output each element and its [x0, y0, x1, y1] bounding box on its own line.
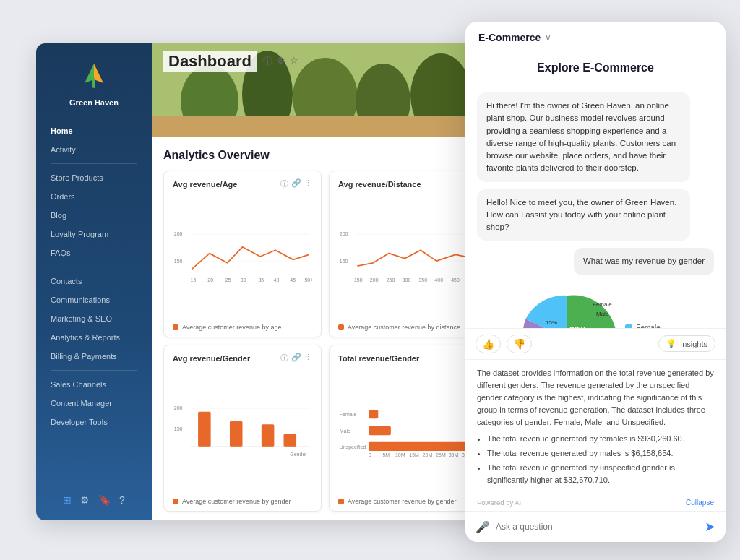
svg-text:Unspecified: Unspecified — [340, 444, 366, 450]
svg-text:10M: 10M — [395, 452, 405, 457]
svg-text:35: 35 — [258, 277, 264, 283]
chart-title-gender-avg: Avg revenue/Gender — [173, 354, 250, 363]
svg-text:Gender: Gender — [290, 452, 307, 457]
svg-text:25M: 25M — [436, 452, 446, 457]
svg-text:Female: Female — [593, 301, 612, 308]
pie-chart-container: 82% Unspecified 15% Female Male Female M… — [477, 283, 714, 328]
svg-text:Male: Male — [340, 428, 350, 434]
chat-insights-text: The dataset provides information on the … — [465, 359, 726, 496]
analytics-section: Analytics Overview Avg revenue/Age ⓘ 🔗 ⋮ — [152, 137, 499, 520]
chart-header-gender-total: Total revenue/Gender ⓘ — [338, 353, 478, 363]
svg-text:5M: 5M — [382, 452, 390, 457]
info-icon[interactable]: ⓘ — [280, 353, 288, 363]
send-button[interactable]: ➤ — [705, 519, 715, 535]
chat-bubble-ai: Hello! Nice to meet you, the owner of Gr… — [477, 189, 690, 241]
system-message-text: Hi there! I'm the owner of Green Haven, … — [486, 101, 676, 172]
star-icon[interactable]: ☆ — [290, 55, 298, 68]
sidebar-item-orders[interactable]: Orders — [36, 187, 152, 206]
sidebar-item-developer[interactable]: Developer Tools — [36, 413, 152, 431]
chat-input-bar: 🎤 ➤ — [465, 511, 726, 542]
chart-avg-revenue-gender: Avg revenue/Gender ⓘ 🔗 ⋮ 200 150 — [163, 345, 322, 512]
svg-rect-41 — [369, 426, 391, 435]
sidebar-item-faqs[interactable]: FAQs — [36, 244, 152, 262]
chart-avg-revenue-age: Avg revenue/Age ⓘ 🔗 ⋮ 200 150 — [163, 171, 322, 337]
user-message-text: What was my revenue by gender — [583, 257, 705, 265]
thumbs-down-button[interactable]: 👎 — [507, 335, 532, 353]
svg-text:20M: 20M — [423, 452, 433, 457]
chart-area-distance: 200 150 150 200 250 300 350 400 450 — [338, 192, 478, 321]
insight-bullet-1: The total revenue generated by females i… — [487, 433, 714, 445]
chart-area-age: 200 150 15 20 25 30 35 — [173, 192, 312, 321]
svg-text:30M: 30M — [449, 452, 459, 457]
ai-message-text: Hello! Nice to meet you, the owner of Gr… — [486, 198, 676, 232]
sidebar-item-loyalty[interactable]: Loyalty Program — [36, 225, 152, 244]
header-image: Dashboard ⓘ ⚙ ☆ — [152, 43, 499, 137]
chat-input-field[interactable] — [496, 522, 699, 532]
thumbs-up-button[interactable]: 👍 — [476, 335, 501, 353]
chart-total-revenue-gender: Total revenue/Gender ⓘ Female Male Unspe… — [329, 345, 487, 512]
svg-rect-40 — [369, 410, 378, 418]
link-icon[interactable]: 🔗 — [291, 178, 301, 189]
chevron-down-icon[interactable]: ∨ — [545, 33, 551, 43]
lightbulb-icon: 💡 — [666, 339, 676, 348]
sidebar-item-sales[interactable]: Sales Channels — [36, 375, 152, 394]
help-icon[interactable]: ? — [119, 494, 125, 506]
nav-divider-3 — [51, 370, 137, 371]
sidebar: Green Haven Home Activity Store Products… — [36, 43, 152, 520]
svg-text:350: 350 — [418, 277, 427, 283]
more-icon[interactable]: ⋮ — [304, 353, 312, 363]
sidebar-item-communications[interactable]: Communications — [36, 290, 152, 309]
sidebar-item-activity[interactable]: Activity — [36, 140, 152, 159]
sidebar-item-marketing[interactable]: Marketing & SEO — [36, 309, 152, 328]
svg-text:30: 30 — [241, 277, 246, 283]
insight-bullet-2: The total revenue generated by males is … — [487, 447, 714, 460]
more-icon[interactable]: ⋮ — [304, 178, 312, 189]
chat-bubble-user: What was my revenue by gender — [574, 248, 714, 275]
info-icon[interactable]: ⓘ — [280, 178, 288, 189]
settings-icon[interactable]: ⚙ — [80, 494, 90, 506]
sidebar-item-blog[interactable]: Blog — [36, 206, 152, 225]
collapse-button[interactable]: Collapse — [686, 499, 714, 507]
insights-button[interactable]: 💡 Insights — [658, 335, 715, 352]
dashboard-title-bar: Dashboard ⓘ ⚙ ☆ — [163, 51, 298, 72]
pie-svg-wrapper: 82% Unspecified 15% Female Male Female M… — [477, 288, 714, 328]
chart-header-distance: Avg revenue/Distance ⓘ — [338, 178, 478, 189]
dashboard-card: Green Haven Home Activity Store Products… — [36, 43, 499, 520]
chart-title-gender-total: Total revenue/Gender — [338, 354, 419, 363]
insights-main-text: The dataset provides information on the … — [477, 369, 714, 426]
svg-text:450: 450 — [451, 277, 460, 283]
sidebar-item-analytics[interactable]: Analytics & Reports — [36, 328, 152, 347]
bookmark-icon[interactable]: 🔖 — [98, 494, 111, 506]
info-icon[interactable]: ⓘ — [263, 55, 272, 68]
svg-text:150: 150 — [340, 259, 348, 264]
sidebar-item-home[interactable]: Home — [36, 121, 152, 140]
chart-area-gender-avg: 200 150 Gender — [173, 366, 312, 495]
chart-header-age: Avg revenue/Age ⓘ 🔗 ⋮ — [173, 178, 312, 189]
sidebar-item-store-products[interactable]: Store Products — [36, 168, 152, 187]
svg-rect-33 — [262, 424, 275, 447]
svg-text:15M: 15M — [409, 452, 419, 457]
mic-icon[interactable]: 🎤 — [476, 520, 490, 534]
svg-rect-32 — [230, 421, 243, 447]
pie-chart-svg: 82% Unspecified 15% Female Male — [517, 288, 618, 328]
sidebar-item-content[interactable]: Content Manager — [36, 394, 152, 413]
svg-rect-34 — [284, 434, 297, 447]
svg-text:20: 20 — [207, 277, 213, 283]
settings-icon[interactable]: ⚙ — [277, 55, 285, 68]
chart-title-distance: Avg revenue/Distance — [338, 180, 421, 189]
sidebar-item-billing[interactable]: Billing & Payments — [36, 347, 152, 366]
chart-header-gender-avg: Avg revenue/Gender ⓘ 🔗 ⋮ — [173, 353, 312, 363]
insights-label: Insights — [680, 340, 707, 348]
link-icon[interactable]: 🔗 — [291, 353, 301, 363]
svg-text:0: 0 — [369, 452, 371, 457]
grid-icon[interactable]: ⊞ — [63, 494, 72, 506]
svg-text:Female: Female — [340, 412, 356, 417]
insights-bullets: The total revenue generated by females i… — [477, 433, 714, 486]
svg-text:Male: Male — [596, 311, 609, 317]
logo-container: Green Haven — [69, 58, 119, 107]
chat-messages: Hi there! I'm the owner of Green Haven, … — [465, 82, 726, 328]
svg-text:40: 40 — [273, 277, 279, 283]
svg-text:150: 150 — [174, 259, 183, 264]
sidebar-item-contacts[interactable]: Contacts — [36, 272, 152, 290]
svg-text:150: 150 — [354, 277, 363, 283]
